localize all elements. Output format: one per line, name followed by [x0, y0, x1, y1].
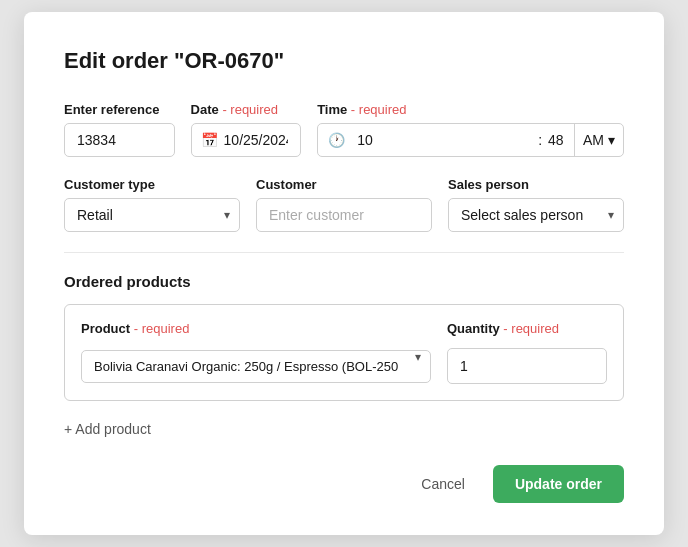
modal-title: Edit order "OR-0670" — [64, 48, 624, 74]
ampm-arrow-icon: ▾ — [608, 132, 615, 148]
customer-input[interactable] — [256, 198, 432, 232]
form-actions: Cancel Update order — [64, 465, 624, 503]
date-label: Date - required — [191, 102, 302, 117]
product-row: Bolivia Caranavi Organic: 250g / Espress… — [81, 348, 607, 384]
time-group: Time - required 🕐 : AM ▾ — [317, 102, 624, 157]
product-col-header: Product - required — [81, 321, 431, 336]
product-select-wrapper: Bolivia Caranavi Organic: 250g / Espress… — [81, 350, 431, 383]
form-row-2: Customer type Retail Wholesale Corporate… — [64, 177, 624, 232]
customer-type-select[interactable]: Retail Wholesale Corporate — [64, 198, 240, 232]
products-header: Product - required Quantity - required — [81, 321, 607, 336]
customer-type-group: Customer type Retail Wholesale Corporate… — [64, 177, 240, 232]
form-row-1: Enter reference Date - required 📅 Time -… — [64, 102, 624, 157]
date-input[interactable] — [191, 123, 302, 157]
section-divider — [64, 252, 624, 253]
edit-order-modal: Edit order "OR-0670" Enter reference Dat… — [24, 12, 664, 535]
time-hour-input[interactable] — [353, 124, 536, 156]
time-input-wrapper: 🕐 : AM ▾ — [317, 123, 624, 157]
section-title: Ordered products — [64, 273, 624, 290]
reference-input[interactable] — [64, 123, 175, 157]
add-product-button[interactable]: + Add product — [64, 417, 151, 441]
customer-type-select-wrapper: Retail Wholesale Corporate ▾ — [64, 198, 240, 232]
product-select[interactable]: Bolivia Caranavi Organic: 250g / Espress… — [81, 350, 431, 383]
sales-person-select-wrapper: Select sales person ▾ — [448, 198, 624, 232]
quantity-input[interactable] — [448, 350, 607, 382]
cancel-button[interactable]: Cancel — [405, 466, 481, 502]
customer-type-label: Customer type — [64, 177, 240, 192]
customer-group: Customer — [256, 177, 432, 232]
reference-group: Enter reference — [64, 102, 175, 157]
sales-person-label: Sales person — [448, 177, 624, 192]
time-label: Time - required — [317, 102, 624, 117]
quantity-wrapper: ▲ ▼ — [447, 348, 607, 384]
date-group: Date - required 📅 — [191, 102, 302, 157]
reference-label: Enter reference — [64, 102, 175, 117]
update-order-button[interactable]: Update order — [493, 465, 624, 503]
time-minute-input[interactable] — [544, 124, 574, 156]
ampm-select[interactable]: AM ▾ — [574, 124, 623, 156]
sales-person-group: Sales person Select sales person ▾ — [448, 177, 624, 232]
clock-icon: 🕐 — [318, 124, 353, 156]
customer-label: Customer — [256, 177, 432, 192]
sales-person-select[interactable]: Select sales person — [448, 198, 624, 232]
date-input-wrapper: 📅 — [191, 123, 302, 157]
ordered-products-box: Product - required Quantity - required B… — [64, 304, 624, 401]
quantity-col-header: Quantity - required — [447, 321, 607, 336]
